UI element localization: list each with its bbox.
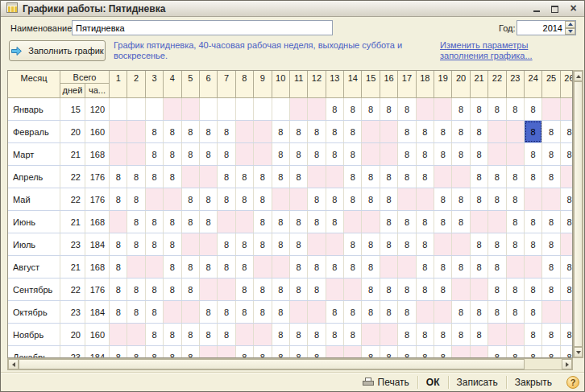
schedule-day-cell[interactable] xyxy=(452,279,470,300)
schedule-day-cell[interactable]: 8 xyxy=(344,301,362,323)
schedule-day-cell[interactable]: 8 xyxy=(398,121,416,142)
total-days-cell[interactable]: 22 xyxy=(60,188,85,210)
schedule-day-cell[interactable]: 8 xyxy=(272,324,290,345)
schedule-day-cell[interactable]: 8 xyxy=(164,256,181,278)
schedule-day-cell[interactable]: 8 xyxy=(110,279,127,300)
schedule-day-cell[interactable] xyxy=(236,121,254,142)
schedule-day-cell[interactable]: 8 xyxy=(326,301,344,323)
schedule-day-cell[interactable] xyxy=(308,301,326,323)
schedule-day-cell[interactable]: 8 xyxy=(182,143,200,165)
schedule-day-cell[interactable]: 8 xyxy=(398,279,416,300)
schedule-day-cell[interactable]: 8 xyxy=(417,166,434,188)
schedule-day-cell[interactable]: 8 xyxy=(471,121,488,142)
schedule-day-cell[interactable]: 8 xyxy=(434,346,452,358)
schedule-day-cell[interactable]: 8 xyxy=(254,279,272,300)
schedule-day-cell[interactable] xyxy=(236,143,254,165)
schedule-day-cell[interactable]: 8 xyxy=(471,301,488,323)
schedule-day-cell[interactable]: 8 xyxy=(182,256,200,278)
schedule-day-cell[interactable] xyxy=(308,166,326,188)
schedule-day-cell[interactable]: 8 xyxy=(380,346,398,358)
schedule-day-cell[interactable]: 8 xyxy=(488,301,506,323)
schedule-day-cell[interactable]: 8 xyxy=(164,121,181,142)
schedule-day-cell[interactable] xyxy=(471,346,488,358)
total-days-cell[interactable]: 23 xyxy=(60,233,85,255)
schedule-day-cell[interactable]: 8 xyxy=(434,121,452,142)
month-cell[interactable]: Май xyxy=(8,188,60,210)
total-hours-cell[interactable]: 168 xyxy=(85,143,110,165)
schedule-day-cell[interactable]: 8 xyxy=(218,324,235,345)
schedule-day-cell[interactable] xyxy=(380,324,398,345)
schedule-day-cell[interactable]: 8 xyxy=(308,121,326,142)
schedule-day-cell[interactable]: 8 xyxy=(254,233,272,255)
schedule-day-cell[interactable]: 8 xyxy=(417,211,434,233)
schedule-day-cell[interactable]: 8 xyxy=(380,301,398,323)
schedule-day-cell[interactable]: 8 xyxy=(182,346,200,358)
schedule-day-cell[interactable]: 8 xyxy=(326,324,344,345)
schedule-day-cell[interactable]: 8 xyxy=(182,279,200,300)
schedule-day-cell[interactable] xyxy=(200,98,218,120)
schedule-day-cell[interactable] xyxy=(127,143,145,165)
schedule-day-cell[interactable]: 8 xyxy=(146,121,164,142)
month-cell[interactable]: Март xyxy=(8,143,60,165)
schedule-day-cell[interactable] xyxy=(434,301,452,323)
schedule-day-cell[interactable] xyxy=(380,143,398,165)
month-cell[interactable]: Апрель xyxy=(8,166,60,188)
schedule-day-cell[interactable] xyxy=(561,233,573,255)
schedule-day-cell[interactable] xyxy=(362,121,380,142)
total-hours-cell[interactable]: 160 xyxy=(85,121,110,142)
schedule-day-cell[interactable]: 8 xyxy=(164,324,181,345)
help-button[interactable]: ? xyxy=(566,376,579,389)
schedule-day-cell[interactable]: 8 xyxy=(488,256,506,278)
schedule-day-cell[interactable]: 8 xyxy=(344,324,362,345)
fill-schedule-button[interactable]: Заполнить график xyxy=(9,40,106,61)
schedule-day-cell[interactable]: 8 xyxy=(507,279,525,300)
schedule-day-cell[interactable]: 8 xyxy=(507,211,525,233)
schedule-day-cell[interactable]: 8 xyxy=(417,256,434,278)
schedule-day-cell[interactable]: 8 xyxy=(218,256,235,278)
schedule-day-cell[interactable] xyxy=(218,98,235,120)
schedule-day-cell[interactable]: 8 xyxy=(308,324,326,345)
schedule-day-cell[interactable]: 8 xyxy=(254,188,272,210)
schedule-day-cell[interactable]: 8 xyxy=(308,256,326,278)
schedule-day-cell[interactable]: 8 xyxy=(127,346,145,358)
schedule-day-cell[interactable] xyxy=(417,98,434,120)
schedule-day-cell[interactable]: 8 xyxy=(272,143,290,165)
schedule-day-cell[interactable]: 8 xyxy=(452,98,470,120)
schedule-day-cell[interactable] xyxy=(452,166,470,188)
schedule-day-cell[interactable]: 8 xyxy=(434,324,452,345)
month-cell[interactable]: Февраль xyxy=(8,121,60,142)
schedule-day-cell[interactable]: 8 xyxy=(561,324,573,345)
total-hours-cell[interactable]: 184 xyxy=(85,233,110,255)
total-days-cell[interactable]: 21 xyxy=(60,211,85,233)
schedule-day-cell[interactable]: 8 xyxy=(488,346,506,358)
schedule-day-cell[interactable] xyxy=(164,301,181,323)
close-button[interactable]: × xyxy=(568,3,579,14)
schedule-day-cell[interactable]: 8 xyxy=(417,121,434,142)
schedule-day-cell[interactable]: 8 xyxy=(542,233,560,255)
schedule-day-cell[interactable]: 8 xyxy=(380,279,398,300)
month-cell[interactable]: Январь xyxy=(8,98,60,120)
total-hours-cell[interactable]: 168 xyxy=(85,256,110,278)
schedule-day-cell[interactable] xyxy=(290,188,308,210)
schedule-day-cell[interactable]: 8 xyxy=(146,143,164,165)
schedule-day-cell[interactable]: 8 xyxy=(542,211,560,233)
schedule-day-cell[interactable] xyxy=(110,324,127,345)
minimize-button[interactable] xyxy=(531,3,541,14)
schedule-day-cell[interactable] xyxy=(488,324,506,345)
schedule-day-cell[interactable]: 8 xyxy=(272,121,290,142)
schedule-day-cell[interactable] xyxy=(254,324,272,345)
schedule-day-cell[interactable]: 8 xyxy=(326,256,344,278)
schedule-day-cell[interactable]: 8 xyxy=(398,324,416,345)
schedule-day-cell[interactable] xyxy=(417,188,434,210)
schedule-day-cell[interactable] xyxy=(200,279,218,300)
ok-button[interactable]: ОК xyxy=(418,375,448,390)
schedule-day-cell[interactable] xyxy=(344,211,362,233)
schedule-day-cell[interactable] xyxy=(218,346,235,358)
schedule-day-cell[interactable] xyxy=(525,256,542,278)
schedule-day-cell[interactable]: 8 xyxy=(218,188,235,210)
schedule-day-cell[interactable]: 8 xyxy=(218,121,235,142)
schedule-day-cell[interactable] xyxy=(308,233,326,255)
schedule-day-cell[interactable]: 8 xyxy=(236,301,254,323)
schedule-day-cell[interactable]: 8 xyxy=(471,256,488,278)
schedule-day-cell[interactable]: 8 xyxy=(326,98,344,120)
